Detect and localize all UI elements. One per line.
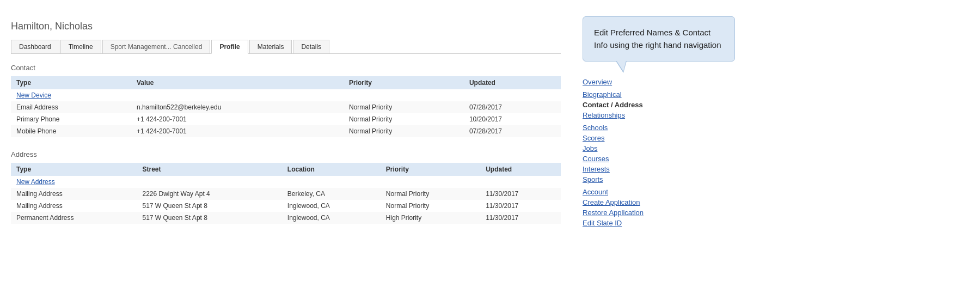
contact-col-type: Type: [11, 76, 131, 89]
nav-create-application[interactable]: Create Application: [583, 198, 735, 206]
address-table: Type Street Location Priority Updated Ne…: [11, 163, 561, 224]
nav-interests[interactable]: Interests: [583, 165, 735, 173]
contact-type-email: Email Address: [11, 101, 131, 113]
nav-scores[interactable]: Scores: [583, 134, 735, 142]
nav-schools[interactable]: Schools: [583, 124, 735, 132]
address-updated-1: 11/30/2017: [480, 200, 561, 212]
address-row-0: Mailing Address 2226 Dwight Way Apt 4 Be…: [11, 188, 561, 200]
tab-profile[interactable]: Profile: [211, 40, 248, 54]
contact-col-updated: Updated: [464, 76, 561, 89]
nav-relationships[interactable]: Relationships: [583, 111, 735, 119]
contact-priority-email: Normal Priority: [344, 101, 464, 113]
contact-updated-primary-phone: 10/20/2017: [464, 113, 561, 125]
contact-updated-mobile-phone: 07/28/2017: [464, 125, 561, 137]
new-address-row: New Address: [11, 176, 561, 188]
address-priority-1: Normal Priority: [381, 200, 480, 212]
address-priority-2: High Priority: [381, 212, 480, 224]
address-col-location: Location: [282, 163, 381, 176]
contact-value-primary-phone: +1 424-200-7001: [131, 113, 344, 125]
nav-contact-address: Contact / Address: [583, 101, 735, 109]
contact-col-value: Value: [131, 76, 344, 89]
address-section: Address Type Street Location Priority Up…: [11, 150, 561, 224]
contact-table: Type Value Priority Updated New Device: [11, 76, 561, 137]
tab-bar: Dashboard Timeline Sport Management... C…: [11, 40, 561, 54]
address-col-priority: Priority: [381, 163, 480, 176]
address-street-2: 517 W Queen St Apt 8: [137, 212, 281, 224]
address-section-header: Address: [11, 150, 561, 158]
tab-sport-management[interactable]: Sport Management... Cancelled: [102, 40, 211, 53]
address-location-0: Berkeley, CA: [282, 188, 381, 200]
tab-dashboard[interactable]: Dashboard: [11, 40, 59, 53]
address-updated-2: 11/30/2017: [480, 212, 561, 224]
address-col-type: Type: [11, 163, 137, 176]
address-updated-0: 11/30/2017: [480, 188, 561, 200]
tab-materials[interactable]: Materials: [249, 40, 292, 53]
address-row-2: Permanent Address 517 W Queen St Apt 8 I…: [11, 212, 561, 224]
contact-col-priority: Priority: [344, 76, 464, 89]
right-nav: Overview Biographical Contact / Address …: [583, 78, 735, 227]
address-row-1: Mailing Address 517 W Queen St Apt 8 Ing…: [11, 200, 561, 212]
contact-priority-mobile-phone: Normal Priority: [344, 125, 464, 137]
contact-row-mobile-phone: Mobile Phone +1 424-200-7001 Normal Prio…: [11, 125, 561, 137]
nav-account[interactable]: Account: [583, 188, 735, 196]
address-location-2: Inglewood, CA: [282, 212, 381, 224]
nav-sports[interactable]: Sports: [583, 175, 735, 183]
contact-value-mobile-phone: +1 424-200-7001: [131, 125, 344, 137]
tab-details[interactable]: Details: [293, 40, 329, 53]
main-content: Hamilton, Nicholas Dashboard Timeline Sp…: [0, 11, 572, 295]
nav-restore-application[interactable]: Restore Application: [583, 209, 735, 217]
new-device-link[interactable]: New Device: [11, 89, 131, 101]
right-panel: Edit Preferred Names & Contact Info usin…: [572, 11, 746, 295]
contact-type-mobile-phone: Mobile Phone: [11, 125, 131, 137]
contact-updated-email: 07/28/2017: [464, 101, 561, 113]
contact-priority-primary-phone: Normal Priority: [344, 113, 464, 125]
address-street-0: 2226 Dwight Way Apt 4: [137, 188, 281, 200]
contact-value-email: n.hamilton522@berkeley.edu: [131, 101, 344, 113]
address-priority-0: Normal Priority: [381, 188, 480, 200]
contact-table-header-row: Type Value Priority Updated: [11, 76, 561, 89]
new-device-row: New Device: [11, 89, 561, 101]
contact-section: Contact Type Value Priority Updated New …: [11, 64, 561, 137]
address-location-1: Inglewood, CA: [282, 200, 381, 212]
new-address-link[interactable]: New Address: [11, 176, 137, 188]
tooltip-text: Edit Preferred Names & Contact Info usin…: [594, 28, 721, 50]
address-type-2: Permanent Address: [11, 212, 137, 224]
address-table-header-row: Type Street Location Priority Updated: [11, 163, 561, 176]
address-street-1: 517 W Queen St Apt 8: [137, 200, 281, 212]
nav-jobs[interactable]: Jobs: [583, 144, 735, 152]
tab-timeline[interactable]: Timeline: [60, 40, 101, 53]
page-title: Hamilton, Nicholas: [11, 21, 561, 32]
address-col-street: Street: [137, 163, 281, 176]
tooltip-bubble: Edit Preferred Names & Contact Info usin…: [583, 16, 735, 62]
nav-edit-slate-id[interactable]: Edit Slate ID: [583, 219, 735, 227]
contact-row-primary-phone: Primary Phone +1 424-200-7001 Normal Pri…: [11, 113, 561, 125]
address-col-updated: Updated: [480, 163, 561, 176]
address-type-1: Mailing Address: [11, 200, 137, 212]
address-type-0: Mailing Address: [11, 188, 137, 200]
nav-biographical[interactable]: Biographical: [583, 90, 735, 99]
contact-row-email: Email Address n.hamilton522@berkeley.edu…: [11, 101, 561, 113]
nav-courses[interactable]: Courses: [583, 155, 735, 163]
contact-type-primary-phone: Primary Phone: [11, 113, 131, 125]
contact-section-header: Contact: [11, 64, 561, 72]
nav-overview[interactable]: Overview: [583, 78, 735, 86]
